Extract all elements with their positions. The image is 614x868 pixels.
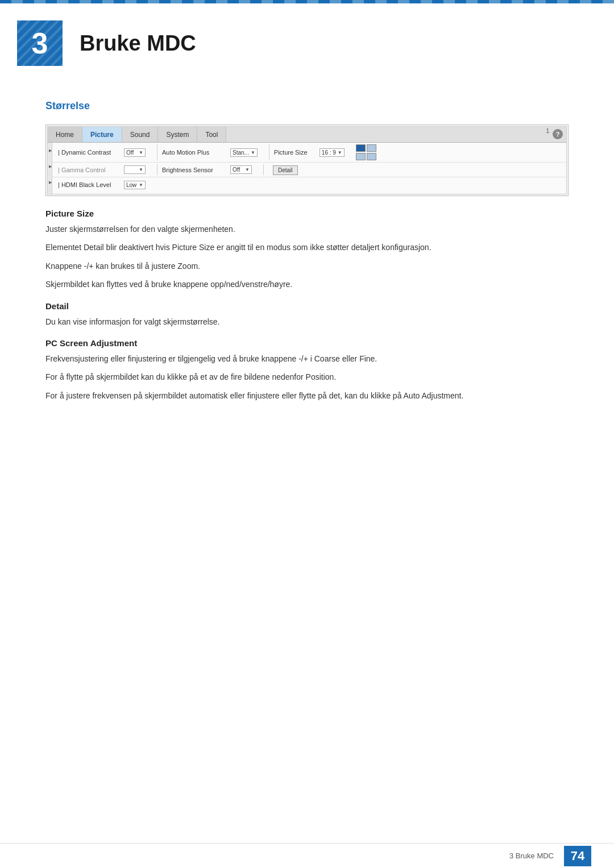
toolbar: Home Picture Sound System Tool 1 ? (48, 127, 566, 143)
row1-mid-label: Auto Motion Plus (162, 149, 230, 156)
col-divider-1 (157, 144, 157, 160)
detail-area: Detail (273, 164, 298, 175)
detail-button[interactable]: Detail (273, 165, 298, 175)
picture-size-title: Picture Size (45, 209, 569, 218)
tab-home[interactable]: Home (48, 127, 82, 142)
table-row: | Dynamic Contrast Off ▼ Auto Motion Plu… (52, 143, 566, 163)
row2-dropdown-arrow: ▼ (139, 167, 143, 172)
detail-title: Detail (45, 301, 569, 311)
row1-right-arrow: ▼ (338, 150, 342, 155)
pc-screen-text2: For å flytte på skjermbildet kan du klik… (45, 371, 569, 383)
chapter-number: 3 (32, 26, 48, 60)
chapter-box: 3 (17, 20, 63, 66)
table-row: | HDMI Black Level Low ▼ (52, 177, 566, 192)
thumb-3 (356, 153, 366, 160)
row1-label: | Dynamic Contrast (56, 149, 124, 156)
thumb-4 (367, 153, 376, 160)
page-number: 74 (564, 846, 591, 866)
row1-select[interactable]: Off ▼ (124, 148, 146, 157)
row1-dropdown-arrow: ▼ (139, 150, 143, 155)
page-footer: 3 Bruke MDC 74 (0, 843, 614, 868)
row3-select-box[interactable]: Low ▼ (124, 181, 146, 189)
mockup-inner: Home Picture Sound System Tool 1 ? (47, 126, 567, 194)
row1-mid-select-box[interactable]: Stan... ▼ (230, 148, 258, 157)
pc-screen-text3: For å justere frekvensen på skjermbildet… (45, 389, 569, 402)
chapter-title: Bruke MDC (80, 31, 196, 56)
row2-select[interactable]: ▼ (124, 165, 146, 174)
thumb-1 (356, 144, 366, 152)
col-divider-4 (263, 164, 264, 175)
row2-mid-select-box[interactable]: Off ▼ (230, 165, 252, 174)
pc-screen-title: PC Screen Adjustment (45, 338, 569, 348)
row1-mid-select[interactable]: Stan... ▼ (230, 148, 258, 157)
pc-screen-text1: Frekvensjustering eller finjustering er … (45, 352, 569, 365)
tab-picture[interactable]: Picture (82, 127, 122, 142)
picture-size-text3: Knappene -/+ kan brukes til å justere Zo… (45, 260, 569, 272)
expand-arrow-1[interactable]: ▶ (48, 143, 52, 159)
tab-sound[interactable]: Sound (122, 127, 159, 142)
row3-dropdown-arrow: ▼ (139, 182, 143, 188)
row2-mid-select[interactable]: Off ▼ (230, 165, 252, 174)
tab-system[interactable]: System (158, 127, 197, 142)
section-heading: Størrelse (45, 100, 569, 114)
ui-mockup: Home Picture Sound System Tool 1 ? (45, 124, 569, 196)
row1-right-select-box[interactable]: 16 : 9 ▼ (320, 148, 345, 157)
row2-select-box[interactable]: ▼ (124, 165, 146, 174)
mockup-body: ▶ ▶ ▶ | Dynamic Contrast Off ▼ (48, 143, 566, 194)
row1-select-box[interactable]: Off ▼ (124, 148, 146, 157)
expand-col: ▶ ▶ ▶ (48, 143, 52, 194)
thumb-2 (367, 144, 376, 152)
help-button[interactable]: ? (553, 129, 563, 139)
expand-arrow-3[interactable]: ▶ (48, 175, 52, 190)
row1-right-select[interactable]: 16 : 9 ▼ (320, 148, 345, 157)
mockup-rows-container: | Dynamic Contrast Off ▼ Auto Motion Plu… (52, 143, 566, 194)
col-divider-2 (269, 144, 269, 160)
tab-tool[interactable]: Tool (197, 127, 226, 142)
picture-size-text1: Juster skjermstørrelsen for den valgte s… (45, 223, 569, 235)
table-row: | Gamma Control ▼ Brightness Sensor Off (52, 163, 566, 177)
col-divider-3 (157, 164, 157, 175)
row1-mid-arrow: ▼ (251, 150, 255, 155)
row3-label: | HDMI Black Level (56, 181, 124, 188)
row1-right-label: Picture Size (274, 149, 320, 156)
picture-size-text2: Elementet Detail blir deaktivert hvis Pi… (45, 241, 569, 254)
page-header: 3 Bruke MDC (0, 3, 614, 77)
main-content: Størrelse Home Picture Sound System Tool (0, 77, 614, 442)
detail-text: Du kan vise informasjon for valgt skjerm… (45, 315, 569, 328)
thumbnail-grid (356, 144, 376, 160)
row2-mid-arrow: ▼ (245, 167, 250, 172)
row2-mid-label: Brightness Sensor (162, 167, 230, 173)
row2-label: | Gamma Control (56, 167, 124, 173)
footer-text: 3 Bruke MDC (509, 852, 554, 860)
row3-select[interactable]: Low ▼ (124, 181, 146, 189)
expand-arrow-2[interactable]: ▶ (48, 159, 52, 175)
picture-size-text4: Skjermbildet kan flyttes ved å bruke kna… (45, 278, 569, 290)
toolbar-number: 1 (546, 128, 549, 134)
